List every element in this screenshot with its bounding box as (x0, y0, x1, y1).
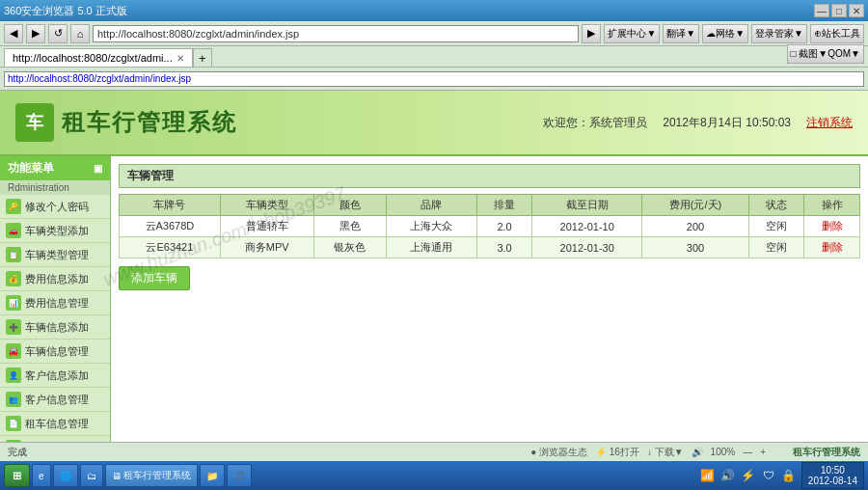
cell-displacement: 2.0 (476, 216, 532, 237)
app-label: 租车行管理系统 (793, 446, 860, 459)
sidebar-title: 功能菜单 (8, 160, 54, 177)
app-container: www.huzhan.com/ishop39397 车 租车行管理系统 欢迎您：… (0, 91, 868, 461)
app-header-right: 欢迎您：系统管理员 2012年8月14日 10:50:03 注销系统 (543, 115, 853, 131)
col-status: 状态 (748, 195, 804, 216)
app-taskbar-label: 租车行管理系统 (123, 469, 191, 482)
delete-link[interactable]: 删除 (822, 220, 843, 231)
app-body: 功能菜单 ▣ Rdministration 🔑 修改个人密码 🚗 车辆类型添加 … (0, 156, 868, 442)
app-taskbar-icon: 🖥 (112, 471, 122, 481)
tools-btn[interactable]: 翻译▼ (663, 24, 699, 43)
section-title: 车辆管理 (119, 164, 860, 188)
sidebar-item-customer-manage[interactable]: 👥 客户信息管理 (0, 388, 110, 412)
col-displacement: 排量 (476, 195, 532, 216)
datetime-text: 2012年8月14日 10:50:03 (663, 115, 791, 131)
rent-manage-icon: 📄 (6, 416, 21, 431)
sidebar-header: 功能菜单 ▣ (0, 156, 110, 180)
sidebar-label-customer-manage: 客户信息管理 (25, 393, 89, 407)
go-button[interactable]: ▶ (582, 24, 601, 43)
account-btn[interactable]: 登录管家▼ (751, 24, 807, 43)
cell-color: 银灰色 (313, 237, 387, 259)
cell-status: 空闲 (748, 216, 804, 237)
site-tools-btn[interactable]: ⊕站长工具 (810, 24, 864, 43)
screenshot-btn[interactable]: □ 截图▼QOM▼ (787, 44, 865, 64)
sidebar-label-password: 修改个人密码 (25, 200, 89, 214)
minimize-button[interactable]: — (814, 4, 829, 17)
start-icon: ⊞ (13, 470, 21, 482)
title-bar-controls: — □ ✕ (814, 4, 864, 17)
status-sound: 🔊 (692, 447, 703, 457)
browser-icon: 🌐 (60, 471, 71, 481)
col-fee: 费用(元/天) (642, 195, 749, 216)
maximize-button[interactable]: □ (831, 4, 847, 17)
tab-bar: http://localhost:8080/zcglxt/admi... ✕ +… (0, 46, 868, 68)
cell-expire: 2012-01-10 (532, 216, 642, 237)
taskbar-media-button[interactable]: 🎵 (227, 464, 252, 487)
clock-time: 10:50 (808, 465, 857, 476)
status-zoom-out[interactable]: — (743, 447, 752, 457)
sidebar-item-rent-manage[interactable]: 📄 租车信息管理 (0, 412, 110, 436)
status-download[interactable]: ↓ 下载▼ (647, 446, 684, 459)
cell-fee: 300 (642, 237, 749, 259)
fee-add-icon: 💰 (6, 271, 21, 286)
network-btn[interactable]: ☁网络▼ (702, 24, 748, 43)
taskbar-right: 📶 🔊 ⚡ 🛡 🔒 10:50 2012-08-14 (699, 462, 864, 489)
new-tab-button[interactable]: + (193, 48, 212, 67)
cell-brand: 上海通用 (387, 237, 477, 259)
address-bar[interactable]: http://localhost:8080/zcglxt/admin/index… (93, 25, 579, 42)
second-toolbar: http://localhost:8080/zcglxt/admin/index… (0, 68, 868, 91)
customer-add-icon: 👤 (6, 368, 21, 383)
app-title: 租车行管理系统 (62, 107, 237, 138)
status-left: 完成 (8, 446, 27, 459)
sidebar-item-vehicle-manage[interactable]: 🚘 车辆信息管理 (0, 340, 110, 364)
sidebar-item-customer-add[interactable]: 👤 客户信息添加 (0, 364, 110, 388)
sidebar-collapse-icon[interactable]: ▣ (94, 163, 102, 174)
refresh-button[interactable]: ↺ (48, 24, 68, 43)
sidebar-item-vehicle-type-add[interactable]: 🚗 车辆类型添加 (0, 219, 110, 243)
sidebar-item-fee-manage[interactable]: 📊 费用信息管理 (0, 291, 110, 315)
delete-link[interactable]: 删除 (822, 241, 843, 253)
app-header: 车 租车行管理系统 欢迎您：系统管理员 2012年8月14日 10:50:03 … (0, 91, 868, 156)
cell-brand: 上海大众 (387, 216, 477, 237)
sidebar-item-vehicle-type-manage[interactable]: 📋 车辆类型管理 (0, 243, 110, 267)
welcome-text: 欢迎您：系统管理员 (543, 115, 647, 131)
sidebar-label-vehicle-add: 车辆信息添加 (25, 320, 89, 335)
file-icon: 📁 (206, 471, 218, 481)
close-button[interactable]: ✕ (849, 4, 864, 17)
taskbar: ⊞ e 🌐 🗂 🖥 租车行管理系统 📁 🎵 � (0, 461, 868, 490)
tab-close-icon[interactable]: ✕ (176, 53, 184, 64)
cell-action[interactable]: 删除 (804, 237, 860, 259)
back-button[interactable]: ◀ (4, 24, 23, 43)
home-button[interactable]: ⌂ (70, 24, 90, 43)
power-taskbar-icon: ⚡ (740, 467, 757, 484)
sidebar-item-vehicle-add[interactable]: ➕ 车辆信息添加 (0, 315, 110, 340)
forward-button[interactable]: ▶ (26, 24, 45, 43)
cell-expire: 2012-01-30 (532, 237, 642, 259)
sidebar-label-fee-add: 费用信息添加 (25, 272, 89, 286)
cell-type: 普通轿车 (220, 216, 313, 237)
taskbar-app-button[interactable]: 🖥 租车行管理系统 (105, 464, 198, 487)
taskbar-ie-button[interactable]: e (32, 464, 51, 487)
sidebar-label-fee-manage: 费用信息管理 (25, 296, 89, 311)
active-tab[interactable]: http://localhost:8080/zcglxt/admi... ✕ (4, 48, 193, 67)
second-url-bar[interactable]: http://localhost:8080/zcglxt/admin/index… (4, 71, 864, 87)
antivirus-taskbar-icon: 🔒 (780, 467, 798, 484)
customer-manage-icon: 👥 (6, 392, 21, 407)
col-expire: 截至日期 (532, 195, 642, 216)
taskbar-file-button[interactable]: 📁 (200, 464, 225, 487)
sidebar-label-customer-add: 客户信息添加 (25, 368, 89, 383)
sidebar-item-password[interactable]: 🔑 修改个人密码 (0, 195, 110, 219)
taskbar-system-icons: 📶 🔊 ⚡ 🛡 🔒 (699, 467, 798, 484)
start-button[interactable]: ⊞ (4, 464, 30, 487)
password-icon: 🔑 (6, 199, 21, 214)
add-vehicle-button[interactable]: 添加车辆 (119, 266, 190, 290)
cell-action[interactable]: 删除 (804, 216, 860, 237)
status-text: 完成 (8, 446, 27, 459)
clock: 10:50 2012-08-14 (801, 462, 864, 489)
status-zoom-in[interactable]: + (760, 447, 766, 457)
sidebar-item-fee-add[interactable]: 💰 费用信息添加 (0, 267, 110, 291)
logout-button[interactable]: 注销系统 (806, 115, 853, 131)
360-btn[interactable]: 扩展中心▼ (604, 24, 660, 43)
taskbar-explorer-button[interactable]: 🗂 (80, 464, 103, 487)
sidebar: 功能菜单 ▣ Rdministration 🔑 修改个人密码 🚗 车辆类型添加 … (0, 156, 111, 442)
taskbar-browser-button[interactable]: 🌐 (53, 464, 78, 487)
